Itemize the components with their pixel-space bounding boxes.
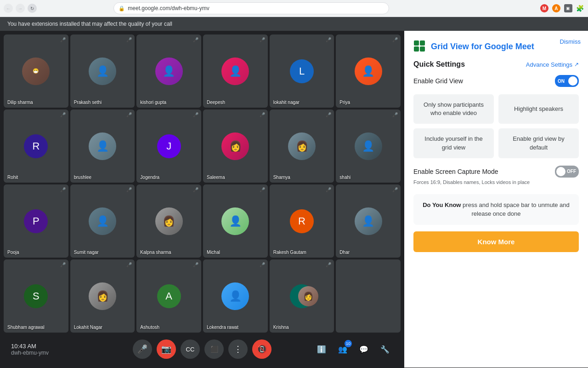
mic-jogendra: 🎤 — [193, 112, 198, 117]
avatar-shubham: S — [24, 284, 48, 308]
mic-krishna: 🎤 — [326, 262, 331, 267]
forward-button[interactable]: → — [16, 4, 25, 13]
avatar-lokahit2: 👩 — [89, 282, 116, 310]
avatar-michal: 👤 — [221, 207, 249, 235]
tile-deepesh: 👤 Deepesh 🎤 — [203, 34, 268, 108]
name-lokahit: lokahit nagar — [273, 100, 300, 105]
info-button[interactable]: ℹ️ — [313, 341, 330, 357]
name-rakesh: Rakesh Gautam — [273, 250, 306, 255]
know-more-button[interactable]: Know More — [413, 231, 579, 252]
panel-title-blue: for Google Meet — [471, 42, 534, 51]
screen-capture-desc: Forces 16:9, Disables names, Locks video… — [413, 179, 579, 185]
name-sharnya: Sharnya — [273, 175, 290, 180]
mic-button[interactable]: 🎤 — [133, 339, 152, 359]
name-kishori: kishori gupta — [140, 100, 166, 105]
name-jogendra: Jogendra — [140, 175, 159, 180]
tile-lokahit2: 👩 Lokahit Nagar 🎤 — [70, 259, 135, 333]
name-saleema: Saleema — [207, 175, 225, 180]
settings-panel: Grid View for Google Meet Dismiss Quick … — [404, 31, 588, 368]
dismiss-button[interactable]: Dismiss — [560, 38, 581, 45]
tile-lokahit: L lokahit nagar 🎤 — [270, 34, 334, 108]
tile-jogendra: J Jogendra 🎤 — [136, 109, 201, 183]
external-link-icon: ↗ — [574, 61, 579, 68]
more-options-button[interactable]: ⋮ — [228, 339, 248, 359]
camera-button[interactable]: 📷 — [157, 339, 176, 359]
grid-row-2: R Rohit 🎤 👤 brushlee 🎤 J Jogendra 🎤 👩 Sa… — [4, 109, 401, 183]
svg-rect-1 — [420, 40, 425, 46]
name-ashutosh: Ashutosh — [140, 325, 159, 330]
grid-row-1: 😷 Dilip sharma 🎤 👤 Prakash sethi 🎤 👤 kis… — [4, 34, 401, 108]
avatar-ashutosh: A — [157, 284, 181, 308]
name-deepesh: Deepesh — [207, 100, 225, 105]
avatar-deepesh: 👤 — [221, 58, 249, 85]
enable-grid-toggle[interactable]: ON — [555, 75, 579, 87]
puzzle-icon[interactable]: 🧩 — [576, 4, 584, 12]
highlight-speakers-button[interactable]: Highlight speakers — [498, 94, 579, 124]
toggle-on-label: ON — [558, 79, 565, 84]
caption-button[interactable]: CC — [181, 339, 200, 359]
tile-kishori: 👤 kishori gupta 🎤 — [136, 34, 201, 108]
tile-sumit: 👤 Sumit nagar 🎤 — [70, 184, 135, 258]
grid-options: Only show participants who enable video … — [413, 94, 579, 158]
advance-settings-text: Advance Settings — [526, 61, 572, 68]
name-prakash: Prakash sethi — [74, 100, 102, 105]
malwarebytes-icon[interactable]: M — [540, 4, 548, 12]
only-show-video-button[interactable]: Only show participants who enable video — [413, 94, 494, 124]
mic-priya: 🎤 — [392, 37, 398, 42]
tile-rohit: R Rohit 🎤 — [4, 109, 68, 183]
do-you-know-box: Do You Know press and hold space bar to … — [413, 194, 579, 225]
screen-capture-toggle[interactable]: OFF — [555, 166, 579, 178]
tile-pooja: P Pooja 🎤 — [4, 184, 68, 258]
name-shubham: Shubham agrawal — [7, 325, 45, 330]
advance-settings-link[interactable]: Advance Settings ↗ — [526, 61, 579, 68]
screen-icon[interactable]: ▣ — [564, 4, 572, 12]
meeting-controls: 🎤 📷 CC ⬛ ⋮ 📵 — [133, 339, 271, 359]
participants-badge: 10 — [345, 340, 352, 347]
toggle-knob — [568, 76, 577, 86]
back-button[interactable]: ← — [4, 4, 13, 13]
adblock-icon[interactable]: A — [552, 4, 560, 12]
name-michal: Michal — [207, 250, 220, 255]
avatar-saleema: 👩 — [221, 132, 249, 160]
grid-view-logo — [413, 40, 426, 53]
url-text: meet.google.com/dwh-ebmu-ymv — [128, 5, 209, 12]
avatar-lokendra: 👤 — [221, 282, 249, 310]
mic-rakesh: 🎤 — [326, 187, 331, 192]
tile-sharnya: 👩 Sharnya 🎤 — [270, 109, 334, 183]
address-bar[interactable]: 🔒 meet.google.com/dwh-ebmu-ymv — [113, 2, 389, 14]
participants-button[interactable]: 👥 10 — [334, 341, 351, 357]
main-content: 😷 Dilip sharma 🎤 👤 Prakash sethi 🎤 👤 kis… — [0, 31, 588, 368]
mic-dhar: 🎤 — [392, 187, 398, 192]
tile-lokendra: 👤 Lokendra rawat 🎤 — [203, 259, 268, 333]
video-grid: 😷 Dilip sharma 🎤 👤 Prakash sethi 🎤 👤 kis… — [0, 31, 404, 368]
enable-by-default-button[interactable]: Enable grid view by default — [498, 128, 579, 158]
avatar-prakash: 👤 — [89, 58, 116, 85]
end-call-button[interactable]: 📵 — [252, 339, 271, 359]
avatar-shahi: 👤 — [355, 132, 382, 160]
mic-saleema: 🎤 — [260, 112, 265, 117]
tile-prakash: 👤 Prakash sethi 🎤 — [70, 34, 135, 108]
mic-shahi: 🎤 — [392, 112, 398, 117]
lock-icon: 🔒 — [119, 6, 125, 12]
enable-grid-label: Enable Grid View — [413, 77, 463, 85]
activities-button[interactable]: 🔧 — [377, 341, 393, 357]
meeting-time: 10:43 AM — [11, 343, 49, 350]
mic-deepesh: 🎤 — [260, 37, 265, 42]
mic-kalpna: 🎤 — [193, 187, 198, 192]
chat-button[interactable]: 💬 — [356, 341, 372, 357]
name-shahi: shahi — [339, 175, 351, 180]
reload-button[interactable]: ↻ — [28, 4, 37, 13]
meeting-id: dwh-ebmu-ymv — [11, 350, 49, 356]
tile-rakesh: R Rakesh Gautam 🎤 — [270, 184, 334, 258]
tile-empty — [336, 259, 401, 333]
name-lokendra: Lokendra rawat — [207, 325, 238, 330]
avatar-rakesh: R — [290, 209, 314, 233]
enable-grid-row: Enable Grid View ON — [413, 75, 579, 87]
tile-priya: 👤 Priya 🎤 — [336, 34, 401, 108]
present-button[interactable]: ⬛ — [204, 339, 224, 359]
browser-chrome: ← → ↻ 🔒 meet.google.com/dwh-ebmu-ymv M A… — [0, 0, 588, 17]
include-yourself-button[interactable]: Include yourself in the grid view — [413, 128, 494, 158]
tile-ashutosh: A Ashutosh 🎤 — [136, 259, 201, 333]
do-you-know-bold: Do You Know — [423, 201, 461, 208]
tile-krishna: K 👩 Krishna 🎤 — [270, 259, 334, 333]
